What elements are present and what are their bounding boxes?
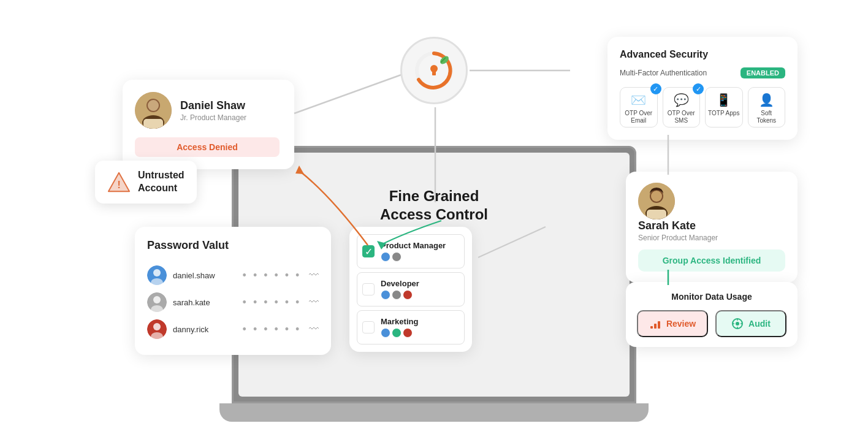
warning-icon: ! (107, 170, 131, 194)
fgac-label: Fine Grained Access Control (380, 187, 488, 224)
svg-rect-34 (650, 326, 653, 329)
svg-point-27 (153, 323, 161, 330)
totp-icon: 📱 (708, 93, 740, 107)
vault-avatar-sarah (147, 292, 167, 312)
svg-point-38 (736, 322, 739, 326)
audit-button[interactable]: Audit (715, 310, 786, 337)
check-sms: ✓ (693, 83, 704, 94)
sarah-avatar (638, 183, 675, 219)
svg-rect-12 (432, 70, 436, 75)
laptop-base (219, 403, 649, 422)
auth-method-label-soft-tokens: Soft Tokens (751, 110, 783, 124)
monitor-title: Monitor Data Usage (637, 292, 786, 302)
auth-method-totp: 📱 TOTP Apps (705, 87, 743, 128)
access-denied-badge: Access Denied (135, 137, 280, 157)
vault-user-3: danny.rick (173, 325, 235, 334)
svg-point-24 (153, 296, 161, 303)
vault-row: danny.rick • • • • • • 〰 (147, 316, 319, 343)
svg-point-31 (651, 191, 662, 202)
check-email: ✓ (650, 83, 661, 94)
role-name-developer: Developer (381, 279, 419, 288)
vault-avatar-daniel (147, 265, 167, 285)
role-item-developer[interactable]: Developer (357, 272, 465, 306)
role-checkbox-developer[interactable] (362, 283, 375, 295)
vault-row: daniel.shaw • • • • • • 〰 (147, 262, 319, 289)
svg-line-0 (294, 74, 405, 113)
role-avatars-marketing (381, 328, 418, 338)
daniel-avatar (135, 92, 172, 129)
svg-point-16 (148, 100, 159, 111)
svg-rect-33 (647, 210, 666, 219)
auth-method-label-email: OTP OverEmail (623, 110, 655, 124)
auth-methods: ✓ ✉️ OTP OverEmail ✓ 💬 OTP OverSMS 📱 TOT… (620, 87, 785, 128)
auth-method-label-totp: TOTP Apps (708, 110, 740, 117)
svg-text:!: ! (117, 178, 121, 190)
review-icon (649, 318, 661, 330)
role-avatars-product-manager (381, 252, 446, 262)
svg-rect-36 (658, 321, 660, 329)
vault-row: sarah.kate • • • • • • 〰 (147, 289, 319, 316)
enabled-badge: ENABLED (740, 67, 785, 78)
untrusted-label: Untrusted Account (138, 169, 185, 195)
svg-point-21 (153, 269, 161, 276)
role-card: ✓ Product Manager Developer (349, 227, 472, 352)
eye-icon-1[interactable]: 〰 (309, 270, 319, 281)
auth-method-soft-tokens: 👤 Soft Tokens (748, 87, 786, 128)
role-checkbox-marketing[interactable] (362, 321, 375, 333)
untrusted-badge: ! Untrusted Account (95, 161, 197, 204)
daniel-card: Daniel Shaw Jr. Product Manager Access D… (123, 80, 294, 169)
email-icon: ✉️ (623, 93, 655, 107)
sms-icon: 💬 (666, 93, 698, 107)
daniel-name: Daniel Shaw (180, 99, 246, 112)
sarah-title: Senior Product Manager (638, 234, 785, 242)
svg-rect-17 (143, 119, 163, 129)
sarah-name: Sarah Kate (638, 219, 785, 232)
group-access-badge: Group Access Identified (638, 249, 785, 272)
center-logo-circle (400, 37, 468, 104)
vault-avatar-danny (147, 319, 167, 339)
security-card: Advanced Security Multi-Factor Authentic… (607, 37, 798, 140)
role-item-marketing[interactable]: Marketing (357, 310, 465, 345)
monitor-buttons: Review Audit (637, 310, 786, 337)
eye-icon-3[interactable]: 〰 (309, 324, 319, 335)
mfa-label: Multi-Factor Authentication (620, 69, 734, 77)
vault-card: Password Valut daniel.shaw • • • • • • 〰… (135, 227, 331, 355)
auth-method-sms: ✓ 💬 OTP OverSMS (663, 87, 701, 128)
main-scene: Daniel Shaw Jr. Product Manager Access D… (0, 0, 868, 434)
audit-label: Audit (748, 319, 771, 329)
review-button[interactable]: Review (637, 310, 708, 337)
monitor-card: Monitor Data Usage Review (626, 282, 798, 347)
vault-dots-2: • • • • • • (241, 296, 303, 309)
vault-dots-3: • • • • • • (241, 323, 303, 336)
role-name-marketing: Marketing (381, 317, 418, 326)
role-name-product-manager: Product Manager (381, 241, 446, 250)
role-item-product-manager[interactable]: ✓ Product Manager (357, 234, 465, 268)
auth-method-label-sms: OTP OverSMS (666, 110, 698, 124)
soft-token-icon: 👤 (751, 93, 783, 107)
eye-icon-2[interactable]: 〰 (309, 297, 319, 308)
vault-user-2: sarah.kate (173, 298, 235, 307)
daniel-title: Jr. Product Manager (180, 113, 246, 122)
vault-dots-1: • • • • • • (241, 269, 303, 282)
security-title: Advanced Security (620, 49, 785, 60)
review-label: Review (666, 319, 696, 329)
audit-icon (731, 318, 744, 330)
role-checkbox-product-manager[interactable]: ✓ (362, 245, 375, 257)
role-avatars-developer (381, 290, 419, 300)
auth-method-email: ✓ ✉️ OTP OverEmail (620, 87, 658, 128)
vault-user-1: daniel.shaw (173, 271, 235, 280)
svg-rect-35 (654, 324, 657, 329)
sarah-card: Sarah Kate Senior Product Manager Group … (626, 172, 798, 283)
vault-title: Password Valut (147, 239, 319, 252)
